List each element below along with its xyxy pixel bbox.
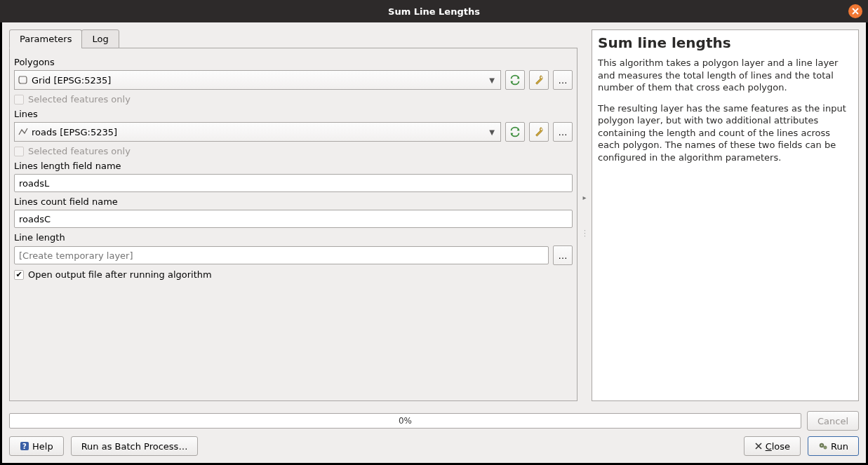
wrench-icon — [533, 74, 545, 86]
tab-log[interactable]: Log — [81, 29, 119, 48]
open-after-label: Open output file after running algorithm — [28, 269, 212, 280]
svg-point-6 — [824, 446, 827, 449]
splitter-handle-icon: ··· — [584, 229, 585, 238]
svg-point-0 — [541, 76, 542, 78]
svg-point-1 — [541, 128, 542, 130]
polygons-combo-text: Grid [EPSG:5235] — [32, 75, 486, 86]
output-input[interactable] — [14, 246, 549, 264]
tab-parameters[interactable]: Parameters — [9, 29, 82, 48]
output-browse-button[interactable]: … — [553, 245, 573, 265]
polygons-combo[interactable]: Grid [EPSG:5235] ▼ — [14, 70, 501, 90]
parameters-panel: Polygons Grid [EPSG:5235] ▼ — [9, 48, 577, 401]
polygons-label: Polygons — [14, 57, 573, 67]
output-label: Line length — [14, 232, 573, 243]
lines-selected-only-checkbox — [14, 147, 24, 156]
lines-options-button[interactable] — [529, 122, 549, 142]
ellipsis-icon: … — [559, 127, 568, 137]
length-field-input[interactable] — [14, 174, 573, 192]
window-title: Sum Line Lengths — [388, 6, 480, 17]
ellipsis-icon: … — [559, 250, 568, 261]
ellipsis-icon: … — [559, 75, 568, 86]
wrench-icon — [533, 126, 545, 138]
help-paragraph-1: This algorithm takes a polygon layer and… — [598, 57, 853, 94]
close-button[interactable]: Close — [744, 436, 801, 456]
iterate-icon — [509, 74, 521, 86]
iterate-icon — [509, 126, 521, 138]
lines-browse-button[interactable]: … — [553, 122, 573, 142]
help-icon: ? — [20, 441, 29, 451]
chevron-down-icon: ▼ — [486, 76, 498, 84]
count-field-label: Lines count field name — [14, 196, 573, 207]
lines-combo[interactable]: roads [EPSG:5235] ▼ — [14, 122, 501, 142]
help-title: Sum line lengths — [598, 34, 853, 51]
chevron-down-icon: ▼ — [486, 128, 498, 136]
open-after-checkbox[interactable]: ✔ — [14, 270, 24, 280]
progress-text: 0% — [399, 416, 412, 426]
lines-combo-text: roads [EPSG:5235] — [32, 127, 486, 137]
close-icon — [852, 8, 859, 15]
gears-icon — [818, 441, 828, 451]
polygons-selected-only-label: Selected features only — [28, 94, 131, 105]
close-button-label: Close — [766, 441, 790, 452]
polygons-options-button[interactable] — [529, 70, 549, 90]
lines-selected-only-label: Selected features only — [28, 146, 131, 156]
batch-button[interactable]: Run as Batch Process… — [71, 436, 199, 456]
lines-iterate-button[interactable] — [505, 122, 525, 142]
titlebar: Sum Line Lengths — [0, 0, 868, 22]
help-button[interactable]: ? Help — [9, 436, 64, 456]
help-panel: Sum line lengths This algorithm takes a … — [592, 29, 859, 401]
svg-point-5 — [821, 445, 822, 446]
run-button-label: Run — [831, 441, 848, 452]
splitter[interactable]: ▸ ··· — [582, 29, 587, 401]
progress-bar: 0% — [9, 413, 801, 429]
tab-bar: Parameters Log — [9, 29, 577, 48]
polygons-selected-only-row: Selected features only — [14, 94, 573, 105]
polygons-browse-button[interactable]: … — [553, 70, 573, 90]
svg-text:?: ? — [22, 443, 27, 450]
collapse-right-icon[interactable]: ▸ — [582, 194, 586, 201]
polygons-selected-only-checkbox — [14, 95, 24, 105]
cancel-button: Cancel — [807, 411, 859, 431]
close-x-icon — [754, 442, 763, 450]
polygon-layer-icon — [18, 75, 29, 85]
run-button[interactable]: Run — [808, 436, 859, 456]
polygons-iterate-button[interactable] — [505, 70, 525, 90]
line-layer-icon — [18, 127, 29, 137]
lines-label: Lines — [14, 109, 573, 119]
help-button-label: Help — [32, 441, 53, 452]
lines-selected-only-row: Selected features only — [14, 146, 573, 156]
length-field-label: Lines length field name — [14, 161, 573, 171]
help-paragraph-2: The resulting layer has the same feature… — [598, 102, 853, 164]
open-after-row[interactable]: ✔ Open output file after running algorit… — [14, 269, 573, 280]
count-field-input[interactable] — [14, 210, 573, 228]
window-close-button[interactable] — [848, 4, 862, 18]
